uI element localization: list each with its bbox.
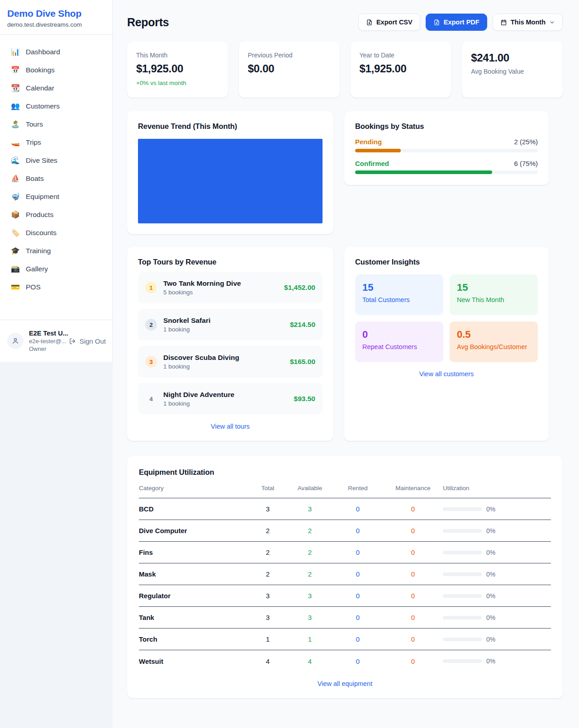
column-header-category: Category [139,485,248,492]
brand-block: Demo Dive Shop demo.test.divestreams.com [0,0,112,35]
insight-label: Total Customers [362,296,436,303]
sidebar-item-customers[interactable]: 👥Customers [5,97,107,115]
utilization-percent: 0% [486,614,495,621]
wave-icon: 🌊 [11,156,20,165]
insight-value: 0.5 [457,329,531,340]
tour-revenue: $165.00 [290,358,315,366]
stat-label: This Month [136,52,219,59]
bookings-by-status-card: Bookings by Status Pending2 (25%)Confirm… [344,111,549,185]
utilization-bar-track [443,616,482,619]
tour-list-item[interactable]: 3Discover Scuba Diving1 booking$165.00 [138,346,323,378]
sidebar-item-dive-sites[interactable]: 🌊Dive Sites [5,151,107,169]
equipment-total: 3 [248,505,287,513]
equipment-utilization-cell: 0% [443,636,551,643]
equipment-maintenance: 0 [383,527,443,534]
stat-delta: +0% vs last month [136,80,219,86]
view-all-tours-link[interactable]: View all tours [138,423,323,430]
table-row: Regulator33000% [139,585,551,607]
page-title: Reports [127,16,169,29]
tour-list-item[interactable]: 1Two Tank Morning Dive5 bookings$1,452.0… [138,272,323,303]
status-count: 6 (75%) [514,160,538,167]
column-header-utilization: Utilization [443,485,551,492]
sidebar-item-label: POS [26,283,41,291]
sidebar-item-label: Boats [26,175,44,183]
equipment-available: 2 [287,570,332,578]
bar-chart-icon: 📊 [11,47,20,56]
stat-card: $241.00Avg Booking Value [462,42,563,98]
utilization-bar-track [443,551,482,554]
sidebar-item-label: Trips [26,138,41,147]
sign-out-icon [69,337,76,345]
insight-tile: 15Total Customers [355,274,443,315]
sidebar-item-tours[interactable]: 🏝️Tours [5,115,107,133]
revenue-trend-title: Revenue Trend (This Month) [138,122,323,131]
equipment-maintenance: 0 [383,592,443,600]
sidebar-item-products[interactable]: 📦Products [5,206,107,223]
utilization-bar-track [443,638,482,641]
equipment-available: 3 [287,614,332,621]
equipment-maintenance: 0 [383,570,443,578]
tour-bookings: 1 booking [163,326,284,333]
sign-out-button[interactable]: Sign Out [69,337,106,345]
shop-name: Demo Dive Shop [7,8,105,19]
bookings-by-status-title: Bookings by Status [355,122,538,131]
equipment-available: 3 [287,592,332,600]
tour-revenue: $1,452.00 [284,284,315,292]
page-header: Reports Export CSV Export PDF This Month [127,14,563,31]
equipment-total: 2 [248,548,287,556]
tour-name: Two Tank Morning Dive [163,279,278,288]
package-icon: 📦 [11,210,20,219]
sailboat-icon: ⛵ [11,174,20,183]
tour-revenue: $214.50 [290,321,315,329]
view-all-customers-link[interactable]: View all customers [355,370,538,378]
sidebar-item-boats[interactable]: ⛵Boats [5,170,107,187]
sidebar: Demo Dive Shop demo.test.divestreams.com… [0,0,113,362]
period-dropdown[interactable]: This Month [493,14,563,31]
status-bar-track [355,149,538,152]
table-row: Fins22000% [139,542,551,563]
insights-row: Top Tours by Revenue 1Two Tank Morning D… [127,247,563,441]
equipment-category: Tank [139,614,248,621]
equipment-available: 1 [287,635,332,643]
equipment-total: 3 [248,614,287,621]
equipment-available: 4 [287,657,332,665]
equipment-maintenance: 0 [383,548,443,556]
header-actions: Export CSV Export PDF This Month [358,14,563,31]
tour-list-item[interactable]: 2Snorkel Safari1 booking$214.50 [138,309,323,340]
stat-label: Avg Booking Value [471,68,554,75]
file-download-icon [433,19,440,26]
sidebar-item-bookings[interactable]: 📅Bookings [5,61,107,79]
sidebar-item-training[interactable]: 🎓Training [5,242,107,260]
sidebar-item-discounts[interactable]: 🏷️Discounts [5,224,107,241]
sidebar-item-trips[interactable]: 🚤Trips [5,133,107,151]
sidebar-item-equipment[interactable]: 🤿Equipment [5,188,107,205]
equipment-rented: 0 [332,527,383,534]
sidebar-item-pos[interactable]: 💳POS [5,278,107,296]
equipment-total: 2 [248,527,287,534]
stat-card: Year to Date$1,925.00 [351,42,451,98]
utilization-percent: 0% [486,636,495,643]
sidebar-item-label: Training [26,247,51,255]
stat-card: Previous Period$0.00 [239,42,340,98]
view-all-equipment-link[interactable]: View all equipment [139,680,551,687]
equipment-utilization-cell: 0% [443,571,551,578]
sidebar-item-label: Customers [26,102,60,110]
equipment-utilization-cell: 0% [443,506,551,513]
main-content: Reports Export CSV Export PDF This Month… [113,0,579,728]
sidebar-item-calendar[interactable]: 📆Calendar [5,79,107,97]
status-bar-fill [355,170,492,174]
sidebar-item-gallery[interactable]: 📸Gallery [5,260,107,278]
export-csv-button[interactable]: Export CSV [358,14,420,31]
person-icon [11,337,19,345]
tour-name: Discover Scuba Diving [163,354,284,362]
charts-row: Revenue Trend (This Month) Bookings by S… [127,111,563,234]
avatar [7,333,24,349]
table-row: Mask22000% [139,563,551,585]
tour-list-item[interactable]: 4Night Dive Adventure1 booking$93.50 [138,383,323,415]
equipment-utilization-cell: 0% [443,657,551,665]
equipment-available: 3 [287,505,332,513]
sign-out-label: Sign Out [80,337,106,345]
export-pdf-button[interactable]: Export PDF [426,14,487,31]
sidebar-item-dashboard[interactable]: 📊Dashboard [5,43,107,61]
utilization-percent: 0% [486,592,495,600]
